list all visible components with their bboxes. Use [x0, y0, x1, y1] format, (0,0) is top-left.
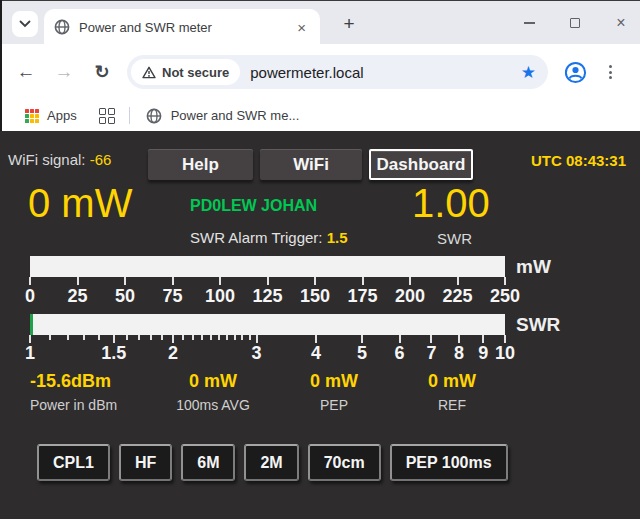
tick — [29, 277, 31, 285]
wifi-signal-label: WiFi signal: — [8, 151, 86, 168]
tick — [409, 277, 411, 285]
stat-100ms-avg: 0 mW 100ms AVG — [176, 371, 250, 413]
tab-close-icon[interactable]: × — [293, 19, 310, 36]
browser-chrome: Power and SWR meter × + × ← → ↻ — [0, 0, 640, 131]
address-bar[interactable]: Not secure powermeter.local ★ — [127, 55, 548, 89]
tick — [241, 335, 243, 340]
stat-label: REF — [428, 397, 476, 413]
hf-button[interactable]: HF — [119, 444, 172, 481]
stat-value: 0 mW — [428, 371, 476, 392]
tick — [234, 335, 236, 340]
security-chip[interactable]: Not secure — [131, 59, 240, 85]
stat-value: 0 mW — [176, 371, 250, 392]
stat-value: 0 mW — [310, 371, 358, 392]
apps-grid-icon — [25, 109, 39, 123]
tab-search-button[interactable] — [12, 11, 38, 37]
tick — [504, 277, 506, 285]
stat-label: 100ms AVG — [176, 397, 250, 413]
stat-value: -15.6dBm — [30, 371, 117, 392]
browser-menu-icon[interactable] — [603, 59, 618, 85]
tick-label: 200 — [395, 286, 425, 307]
70cm-button[interactable]: 70cm — [308, 444, 381, 481]
window-close-icon[interactable]: × — [612, 14, 630, 32]
2m-button[interactable]: 2M — [244, 444, 298, 481]
tick-label: 150 — [300, 286, 330, 307]
tick — [226, 335, 228, 340]
tick-label: 250 — [490, 286, 520, 307]
tick — [172, 335, 174, 343]
power-labels: 0255075100125150175200225250 — [30, 286, 505, 306]
tick-label: 10 — [495, 343, 515, 364]
tick-label: 7 — [426, 343, 436, 364]
tick-label: 1.5 — [101, 343, 126, 364]
swr-value-label: SWR — [437, 230, 472, 247]
tick — [267, 277, 269, 285]
tick — [219, 277, 221, 285]
bookmark-star-icon[interactable]: ★ — [521, 62, 536, 83]
tab-groups-icon[interactable] — [99, 108, 115, 124]
tick — [430, 335, 432, 343]
maximize-icon[interactable] — [566, 14, 584, 32]
bookmark-label: Power and SWR me... — [171, 108, 300, 123]
power-meter-bar — [30, 256, 505, 277]
tick — [362, 277, 364, 285]
window-controls: × — [520, 1, 630, 45]
url-text[interactable]: powermeter.local — [250, 64, 521, 81]
swr-alarm-label: SWR Alarm Trigger: — [190, 229, 323, 246]
wifi-button[interactable]: WiFi — [260, 149, 362, 180]
tick — [482, 335, 484, 343]
tick-label: 100 — [205, 286, 235, 307]
6m-button[interactable]: 6M — [181, 444, 235, 481]
tick — [249, 335, 251, 340]
dashboard-button[interactable]: Dashboard — [369, 149, 473, 180]
cpl1-button[interactable]: CPL1 — [37, 444, 110, 481]
swr-fill — [30, 314, 33, 335]
tick — [29, 335, 31, 343]
stat-label: Power in dBm — [30, 397, 117, 413]
tick-label: 1 — [25, 343, 35, 364]
globe-bookmark-icon — [146, 108, 162, 124]
power-meter-unit: mW — [516, 256, 551, 278]
forward-icon[interactable]: → — [49, 57, 79, 87]
tick-label: 4 — [311, 343, 321, 364]
swr-meter-unit: SWR — [516, 314, 560, 336]
chevron-down-icon — [19, 20, 31, 28]
browser-tab[interactable]: Power and SWR meter × — [44, 9, 320, 45]
callsign: PD0LEW JOHAN — [190, 197, 317, 215]
tick — [113, 335, 115, 343]
tick — [83, 335, 85, 340]
bookmarks-bar: Apps Power and SWR me... — [0, 100, 640, 131]
tick — [314, 277, 316, 285]
profile-icon[interactable] — [564, 61, 587, 84]
tick — [126, 335, 128, 340]
bookmark-item[interactable]: Power and SWR me... — [146, 108, 300, 124]
tick — [504, 335, 506, 343]
tick — [201, 335, 203, 340]
tick — [98, 335, 100, 340]
power-ticks — [30, 277, 505, 286]
tick-label: 6 — [395, 343, 405, 364]
new-tab-icon[interactable]: + — [336, 11, 362, 37]
tick — [361, 335, 363, 343]
tick — [150, 335, 152, 340]
stat-label: PEP — [310, 397, 358, 413]
tick — [399, 335, 401, 343]
tick — [315, 335, 317, 343]
tick-label: 75 — [162, 286, 182, 307]
wifi-signal-value: -66 — [90, 151, 112, 168]
minimize-icon[interactable] — [520, 14, 538, 32]
pep-100ms-button[interactable]: PEP 100ms — [390, 444, 508, 481]
back-icon[interactable]: ← — [11, 57, 41, 87]
help-button[interactable]: Help — [148, 149, 253, 180]
swr-alarm-trigger: SWR Alarm Trigger: 1.5 — [190, 229, 348, 246]
reload-icon[interactable]: ↻ — [87, 57, 117, 87]
swr-value: 1.00 — [412, 183, 490, 223]
tick-label: 3 — [252, 343, 262, 364]
swr-alarm-value: 1.5 — [327, 229, 348, 246]
tick — [124, 277, 126, 285]
security-chip-label: Not secure — [162, 65, 229, 80]
tick — [458, 335, 460, 343]
apps-shortcut[interactable]: Apps — [25, 108, 77, 123]
bookmarks-separator — [129, 107, 130, 124]
tick-label: 2 — [168, 343, 178, 364]
